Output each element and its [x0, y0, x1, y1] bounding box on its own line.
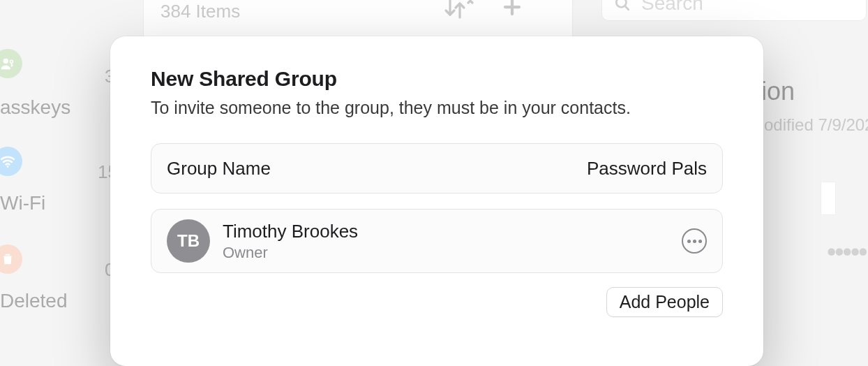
- passkeys-icon: [0, 49, 22, 78]
- sidebar-item-label: Wi-Fi: [0, 192, 45, 214]
- search-icon: [613, 0, 631, 13]
- add-people-button[interactable]: Add People: [606, 287, 723, 317]
- member-role: Owner: [223, 244, 669, 262]
- trash-icon: [0, 244, 22, 274]
- group-name-input[interactable]: [437, 158, 707, 180]
- sidebar-item-label: Deleted: [0, 290, 68, 312]
- avatar: TB: [167, 219, 210, 263]
- svg-point-0: [3, 59, 8, 64]
- wifi-icon: [0, 147, 22, 176]
- items-count-label: 384 Items: [160, 1, 240, 22]
- add-icon[interactable]: [502, 0, 523, 22]
- detail-modified-fragment: odified 7/9/202: [764, 115, 868, 135]
- sidebar-item-label: asskeys: [0, 96, 70, 119]
- member-more-button[interactable]: [682, 228, 707, 254]
- dialog-subtitle: To invite someone to the group, they mus…: [151, 98, 723, 118]
- member-row: TB Timothy Brookes Owner: [151, 209, 723, 273]
- search-placeholder: Search: [641, 0, 703, 15]
- dialog-title: New Shared Group: [151, 67, 723, 91]
- svg-point-1: [10, 60, 13, 63]
- ellipsis-icon: [687, 240, 691, 243]
- group-name-row[interactable]: Group Name: [151, 143, 723, 193]
- sort-icon[interactable]: [443, 0, 474, 22]
- search-field[interactable]: Search: [601, 0, 867, 21]
- detail-more-dots[interactable]: •••••: [827, 237, 867, 268]
- member-name: Timothy Brookes: [223, 221, 669, 242]
- text-cursor: [821, 182, 836, 215]
- new-shared-group-dialog: New Shared Group To invite someone to th…: [110, 36, 763, 366]
- svg-point-2: [7, 166, 9, 168]
- group-name-label: Group Name: [167, 158, 271, 180]
